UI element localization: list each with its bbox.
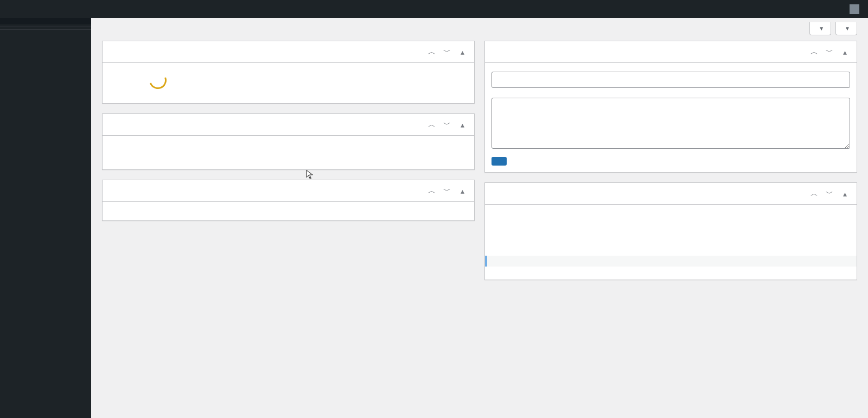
wp-logo-menu[interactable] <box>4 0 24 18</box>
move-up-button[interactable]: ︿ <box>809 47 820 58</box>
chevron-down-icon: ▼ <box>845 26 850 31</box>
content-area: ▼ ▼ ︿﹀▴ ︿﹀▴ <box>91 18 868 418</box>
wordcamp-icon <box>492 235 502 246</box>
pin-icon <box>109 144 120 155</box>
move-down-button[interactable]: ﹀ <box>824 188 835 199</box>
wordpress-icon <box>9 4 20 15</box>
move-down-button[interactable]: ﹀ <box>442 47 452 58</box>
save-draft-button[interactable] <box>492 157 507 166</box>
toggle-panel-button[interactable]: ▴ <box>457 119 468 130</box>
collapse-icon <box>7 34 17 45</box>
more-events-notice <box>485 256 857 267</box>
at-a-glance-box: ︿﹀▴ <box>102 113 475 170</box>
new-content-menu[interactable] <box>69 0 92 18</box>
admin-toolbar <box>0 0 868 18</box>
page-icon <box>276 144 287 155</box>
toggle-panel-button[interactable]: ▴ <box>457 47 468 58</box>
move-down-button[interactable]: ﹀ <box>442 119 452 130</box>
account-menu[interactable] <box>835 0 864 18</box>
move-up-button[interactable]: ︿ <box>809 188 820 199</box>
location-icon <box>496 213 505 222</box>
toggle-panel-button[interactable]: ▴ <box>457 186 468 197</box>
health-indicator <box>109 72 207 94</box>
admin-sidebar <box>0 18 91 418</box>
move-down-button[interactable]: ﹀ <box>824 47 835 58</box>
chevron-down-icon: ▼ <box>819 26 824 31</box>
avatar <box>850 4 859 14</box>
toggle-panel-button[interactable]: ▴ <box>839 47 850 58</box>
draft-title-input[interactable] <box>492 72 850 88</box>
events-news-box: ︿﹀▴ <box>484 182 857 280</box>
site-name-link[interactable] <box>24 0 47 18</box>
help-toggle[interactable]: ▼ <box>835 22 857 35</box>
comments-link[interactable] <box>47 0 69 18</box>
home-icon <box>28 4 39 15</box>
screen-options-toggle[interactable]: ▼ <box>809 22 831 35</box>
draft-content-textarea[interactable] <box>492 98 850 149</box>
toggle-panel-button[interactable]: ▴ <box>839 188 850 199</box>
plus-icon <box>74 4 85 15</box>
comment-icon <box>51 4 62 15</box>
move-up-button[interactable]: ︿ <box>426 119 437 130</box>
activity-box: ︿﹀▴ <box>102 180 475 221</box>
move-up-button[interactable]: ︿ <box>426 47 437 58</box>
move-down-button[interactable]: ﹀ <box>442 186 452 197</box>
health-progress-icon <box>146 69 170 92</box>
site-health-box: ︿﹀▴ <box>102 41 475 104</box>
move-up-button[interactable]: ︿ <box>426 186 437 197</box>
quick-draft-box: ︿﹀▴ <box>484 41 857 173</box>
collapse-menu[interactable] <box>0 30 91 49</box>
